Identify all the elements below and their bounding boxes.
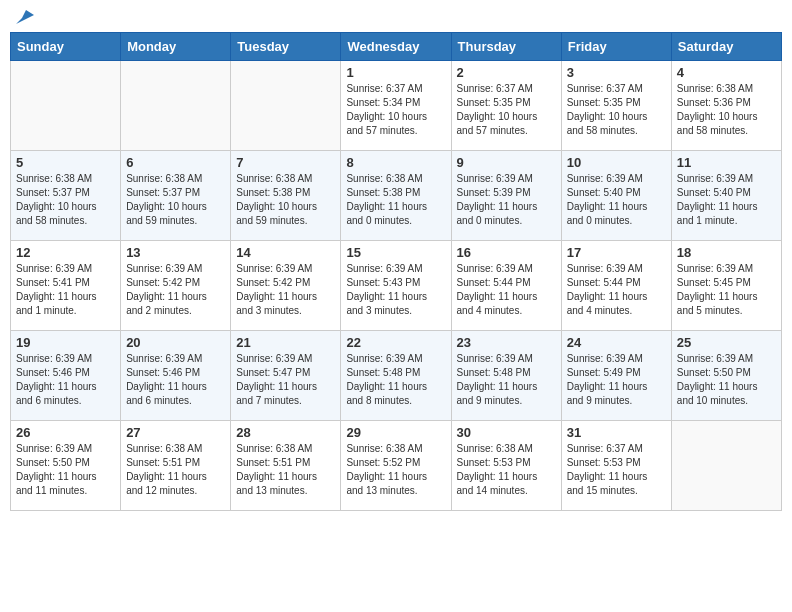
day-number: 30	[457, 425, 556, 440]
day-info: Sunrise: 6:38 AMSunset: 5:37 PMDaylight:…	[16, 172, 115, 228]
day-info: Sunrise: 6:39 AMSunset: 5:50 PMDaylight:…	[677, 352, 776, 408]
day-of-week-header: Sunday	[11, 33, 121, 61]
calendar-cell: 6Sunrise: 6:38 AMSunset: 5:37 PMDaylight…	[121, 151, 231, 241]
day-info: Sunrise: 6:39 AMSunset: 5:46 PMDaylight:…	[16, 352, 115, 408]
calendar-cell: 30Sunrise: 6:38 AMSunset: 5:53 PMDayligh…	[451, 421, 561, 511]
day-number: 12	[16, 245, 115, 260]
day-info: Sunrise: 6:39 AMSunset: 5:46 PMDaylight:…	[126, 352, 225, 408]
day-info: Sunrise: 6:39 AMSunset: 5:40 PMDaylight:…	[567, 172, 666, 228]
calendar-cell: 24Sunrise: 6:39 AMSunset: 5:49 PMDayligh…	[561, 331, 671, 421]
day-number: 16	[457, 245, 556, 260]
day-info: Sunrise: 6:38 AMSunset: 5:38 PMDaylight:…	[346, 172, 445, 228]
calendar-cell: 9Sunrise: 6:39 AMSunset: 5:39 PMDaylight…	[451, 151, 561, 241]
day-number: 25	[677, 335, 776, 350]
day-info: Sunrise: 6:38 AMSunset: 5:51 PMDaylight:…	[236, 442, 335, 498]
calendar-cell: 15Sunrise: 6:39 AMSunset: 5:43 PMDayligh…	[341, 241, 451, 331]
day-number: 13	[126, 245, 225, 260]
day-info: Sunrise: 6:37 AMSunset: 5:34 PMDaylight:…	[346, 82, 445, 138]
day-number: 15	[346, 245, 445, 260]
calendar-cell	[231, 61, 341, 151]
day-number: 27	[126, 425, 225, 440]
calendar-cell: 27Sunrise: 6:38 AMSunset: 5:51 PMDayligh…	[121, 421, 231, 511]
calendar-cell: 2Sunrise: 6:37 AMSunset: 5:35 PMDaylight…	[451, 61, 561, 151]
day-of-week-header: Monday	[121, 33, 231, 61]
day-info: Sunrise: 6:38 AMSunset: 5:36 PMDaylight:…	[677, 82, 776, 138]
day-number: 28	[236, 425, 335, 440]
day-of-week-header: Saturday	[671, 33, 781, 61]
day-number: 5	[16, 155, 115, 170]
day-number: 11	[677, 155, 776, 170]
day-number: 7	[236, 155, 335, 170]
calendar-cell: 11Sunrise: 6:39 AMSunset: 5:40 PMDayligh…	[671, 151, 781, 241]
day-number: 18	[677, 245, 776, 260]
day-number: 6	[126, 155, 225, 170]
calendar-cell: 19Sunrise: 6:39 AMSunset: 5:46 PMDayligh…	[11, 331, 121, 421]
calendar-cell: 1Sunrise: 6:37 AMSunset: 5:34 PMDaylight…	[341, 61, 451, 151]
day-number: 19	[16, 335, 115, 350]
logo-bird-icon	[16, 10, 34, 24]
day-info: Sunrise: 6:39 AMSunset: 5:48 PMDaylight:…	[346, 352, 445, 408]
day-number: 24	[567, 335, 666, 350]
day-info: Sunrise: 6:39 AMSunset: 5:43 PMDaylight:…	[346, 262, 445, 318]
calendar-cell: 21Sunrise: 6:39 AMSunset: 5:47 PMDayligh…	[231, 331, 341, 421]
day-number: 2	[457, 65, 556, 80]
day-info: Sunrise: 6:39 AMSunset: 5:47 PMDaylight:…	[236, 352, 335, 408]
calendar-cell: 7Sunrise: 6:38 AMSunset: 5:38 PMDaylight…	[231, 151, 341, 241]
calendar-cell: 12Sunrise: 6:39 AMSunset: 5:41 PMDayligh…	[11, 241, 121, 331]
day-of-week-header: Tuesday	[231, 33, 341, 61]
calendar-cell	[11, 61, 121, 151]
day-info: Sunrise: 6:39 AMSunset: 5:45 PMDaylight:…	[677, 262, 776, 318]
calendar-table: SundayMondayTuesdayWednesdayThursdayFrid…	[10, 32, 782, 511]
calendar-cell: 4Sunrise: 6:38 AMSunset: 5:36 PMDaylight…	[671, 61, 781, 151]
day-number: 4	[677, 65, 776, 80]
day-info: Sunrise: 6:39 AMSunset: 5:49 PMDaylight:…	[567, 352, 666, 408]
day-info: Sunrise: 6:37 AMSunset: 5:53 PMDaylight:…	[567, 442, 666, 498]
svg-marker-0	[16, 10, 34, 24]
day-number: 22	[346, 335, 445, 350]
day-info: Sunrise: 6:39 AMSunset: 5:44 PMDaylight:…	[567, 262, 666, 318]
day-info: Sunrise: 6:39 AMSunset: 5:42 PMDaylight:…	[236, 262, 335, 318]
calendar-week-row: 19Sunrise: 6:39 AMSunset: 5:46 PMDayligh…	[11, 331, 782, 421]
day-info: Sunrise: 6:38 AMSunset: 5:38 PMDaylight:…	[236, 172, 335, 228]
calendar-cell: 26Sunrise: 6:39 AMSunset: 5:50 PMDayligh…	[11, 421, 121, 511]
calendar-cell: 14Sunrise: 6:39 AMSunset: 5:42 PMDayligh…	[231, 241, 341, 331]
day-info: Sunrise: 6:38 AMSunset: 5:53 PMDaylight:…	[457, 442, 556, 498]
day-info: Sunrise: 6:39 AMSunset: 5:50 PMDaylight:…	[16, 442, 115, 498]
calendar-cell: 29Sunrise: 6:38 AMSunset: 5:52 PMDayligh…	[341, 421, 451, 511]
day-number: 21	[236, 335, 335, 350]
calendar-cell: 10Sunrise: 6:39 AMSunset: 5:40 PMDayligh…	[561, 151, 671, 241]
day-number: 29	[346, 425, 445, 440]
day-of-week-header: Thursday	[451, 33, 561, 61]
day-number: 3	[567, 65, 666, 80]
calendar-cell: 23Sunrise: 6:39 AMSunset: 5:48 PMDayligh…	[451, 331, 561, 421]
day-number: 20	[126, 335, 225, 350]
day-number: 10	[567, 155, 666, 170]
day-number: 8	[346, 155, 445, 170]
page-header	[10, 10, 782, 24]
day-info: Sunrise: 6:39 AMSunset: 5:42 PMDaylight:…	[126, 262, 225, 318]
day-info: Sunrise: 6:39 AMSunset: 5:48 PMDaylight:…	[457, 352, 556, 408]
calendar-cell: 13Sunrise: 6:39 AMSunset: 5:42 PMDayligh…	[121, 241, 231, 331]
calendar-header-row: SundayMondayTuesdayWednesdayThursdayFrid…	[11, 33, 782, 61]
calendar-cell: 16Sunrise: 6:39 AMSunset: 5:44 PMDayligh…	[451, 241, 561, 331]
calendar-cell: 5Sunrise: 6:38 AMSunset: 5:37 PMDaylight…	[11, 151, 121, 241]
calendar-week-row: 26Sunrise: 6:39 AMSunset: 5:50 PMDayligh…	[11, 421, 782, 511]
calendar-cell: 3Sunrise: 6:37 AMSunset: 5:35 PMDaylight…	[561, 61, 671, 151]
day-of-week-header: Friday	[561, 33, 671, 61]
calendar-week-row: 5Sunrise: 6:38 AMSunset: 5:37 PMDaylight…	[11, 151, 782, 241]
day-info: Sunrise: 6:39 AMSunset: 5:44 PMDaylight:…	[457, 262, 556, 318]
calendar-week-row: 12Sunrise: 6:39 AMSunset: 5:41 PMDayligh…	[11, 241, 782, 331]
day-info: Sunrise: 6:39 AMSunset: 5:40 PMDaylight:…	[677, 172, 776, 228]
day-number: 17	[567, 245, 666, 260]
day-of-week-header: Wednesday	[341, 33, 451, 61]
calendar-cell	[671, 421, 781, 511]
day-number: 1	[346, 65, 445, 80]
calendar-cell: 20Sunrise: 6:39 AMSunset: 5:46 PMDayligh…	[121, 331, 231, 421]
calendar-cell: 31Sunrise: 6:37 AMSunset: 5:53 PMDayligh…	[561, 421, 671, 511]
day-number: 9	[457, 155, 556, 170]
day-info: Sunrise: 6:39 AMSunset: 5:41 PMDaylight:…	[16, 262, 115, 318]
day-info: Sunrise: 6:37 AMSunset: 5:35 PMDaylight:…	[567, 82, 666, 138]
calendar-cell: 25Sunrise: 6:39 AMSunset: 5:50 PMDayligh…	[671, 331, 781, 421]
day-number: 31	[567, 425, 666, 440]
calendar-cell	[121, 61, 231, 151]
